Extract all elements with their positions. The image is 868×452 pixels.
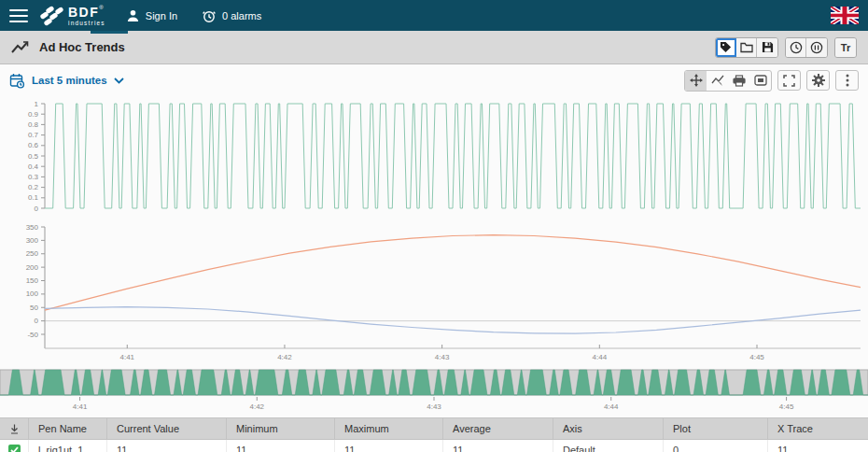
- pen-table-header: Pen NameCurrent ValueMinimumMaximumAvera…: [0, 418, 868, 440]
- column-header-minimum[interactable]: Minimum: [226, 418, 334, 439]
- svg-text:4:41: 4:41: [73, 403, 88, 411]
- pen-value-cell: 11: [226, 440, 334, 452]
- save-button[interactable]: [757, 38, 777, 57]
- svg-text:50: 50: [30, 304, 38, 312]
- svg-text:300: 300: [26, 236, 39, 245]
- print-tool-button[interactable]: [728, 71, 749, 91]
- svg-text:4:42: 4:42: [277, 353, 292, 361]
- sort-header-cell[interactable]: [0, 418, 28, 439]
- svg-text:0.1: 0.1: [28, 193, 39, 202]
- open-folder-button[interactable]: [736, 38, 757, 57]
- svg-text:0.4: 0.4: [28, 162, 39, 171]
- person-icon: [126, 8, 140, 22]
- svg-text:4:45: 4:45: [749, 353, 764, 361]
- svg-text:0.3: 0.3: [28, 173, 39, 181]
- sort-icon: [10, 424, 19, 434]
- pen-value-cell: 11: [442, 440, 553, 452]
- history-button[interactable]: [786, 38, 806, 57]
- svg-text:-50: -50: [27, 331, 38, 339]
- brand-logo: BDF® industries: [39, 5, 105, 27]
- pan-tool-button[interactable]: [685, 71, 707, 91]
- trace-tool-button[interactable]: [707, 71, 728, 91]
- svg-text:0.6: 0.6: [28, 141, 39, 149]
- overview-scrubber[interactable]: 4:414:424:434:444:45: [0, 369, 868, 416]
- column-header-maximum[interactable]: Maximum: [334, 418, 442, 439]
- trace-icon: [711, 74, 724, 87]
- snapshot-tool-button[interactable]: [749, 71, 771, 91]
- pen-table: Pen NameCurrent ValueMinimumMaximumAvera…: [0, 417, 868, 452]
- column-header-plot[interactable]: Plot: [663, 418, 767, 439]
- column-header-current-value[interactable]: Current Value: [106, 418, 226, 439]
- brand-subtitle: industries: [68, 21, 105, 27]
- tag-button[interactable]: [716, 38, 736, 57]
- bdf-logo-icon: [39, 6, 63, 26]
- folder-icon: [740, 42, 753, 53]
- pan-icon: [690, 74, 703, 87]
- pause-button[interactable]: [806, 38, 827, 57]
- chart-mode-group: [684, 70, 772, 92]
- gear-icon: [812, 74, 825, 87]
- tag-icon: [720, 41, 732, 53]
- alarm-clock-icon: [202, 8, 217, 23]
- trace-text-button[interactable]: Tr: [835, 38, 856, 57]
- pen-name-cell: l_rig1ut_1: [28, 440, 106, 452]
- time-range-selector[interactable]: Last 5 minutes: [9, 73, 124, 89]
- column-header-axis[interactable]: Axis: [553, 418, 663, 439]
- chevron-down-icon: [114, 78, 124, 84]
- save-icon: [762, 41, 774, 53]
- svg-text:0: 0: [35, 205, 39, 213]
- svg-text:1: 1: [35, 100, 39, 108]
- brand-registered-mark: ®: [99, 5, 103, 10]
- logo-accent-strip: [91, 31, 128, 34]
- fullscreen-button[interactable]: [777, 70, 801, 91]
- svg-text:350: 350: [26, 223, 39, 232]
- svg-text:150: 150: [26, 276, 39, 285]
- column-header-x-trace[interactable]: X Trace: [767, 418, 868, 439]
- svg-text:4:43: 4:43: [435, 353, 450, 361]
- pen-checkbox-cell: [0, 440, 28, 452]
- kebab-icon: [846, 74, 849, 87]
- page-title: Ad Hoc Trends: [39, 40, 125, 54]
- time-actions-group: [785, 37, 828, 58]
- svg-text:4:44: 4:44: [593, 353, 608, 361]
- pen-value-cell: Default: [553, 440, 663, 452]
- fullscreen-icon: [783, 75, 795, 87]
- pen-value-cell: 11: [334, 440, 442, 452]
- print-icon: [733, 75, 746, 87]
- digital-trend-chart[interactable]: 10.90.80.70.60.50.40.30.20.10: [0, 96, 868, 219]
- chart-toolbar: [684, 70, 859, 92]
- pen-table-row[interactable]: l_rig1ut_111111111Default011: [0, 440, 868, 452]
- svg-text:0.5: 0.5: [28, 152, 39, 161]
- sign-in-button[interactable]: Sign In: [126, 8, 177, 22]
- calendar-clock-icon: [9, 73, 25, 89]
- svg-text:4:43: 4:43: [427, 403, 441, 411]
- svg-text:4:41: 4:41: [119, 353, 134, 361]
- pen-checkbox[interactable]: [8, 445, 21, 452]
- pen-value-cell: 11: [767, 440, 868, 452]
- svg-text:4:42: 4:42: [249, 403, 264, 411]
- text-size-group: Tr: [834, 37, 857, 58]
- trend-icon: [11, 40, 30, 55]
- controls-row: Last 5 minutes: [0, 64, 868, 96]
- svg-text:0.2: 0.2: [28, 183, 39, 191]
- pen-value-cell: 0: [663, 440, 767, 452]
- column-header-pen-name[interactable]: Pen Name: [28, 418, 106, 439]
- svg-text:250: 250: [26, 249, 39, 258]
- svg-text:100: 100: [26, 290, 39, 298]
- analog-trend-chart[interactable]: 350300250200150100500-504:414:424:434:44…: [0, 219, 868, 369]
- top-bar: BDF® industries Sign In 0 alarms: [0, 0, 868, 31]
- svg-text:0: 0: [35, 317, 39, 325]
- alarms-button[interactable]: 0 alarms: [202, 8, 261, 23]
- pen-value-cell: 11: [106, 440, 226, 452]
- column-header-average[interactable]: Average: [442, 418, 553, 439]
- menu-icon[interactable]: [9, 9, 28, 22]
- check-icon: [10, 446, 19, 452]
- more-options-button[interactable]: [835, 70, 859, 91]
- settings-button[interactable]: [806, 70, 830, 91]
- alarms-count-label: 0 alarms: [222, 10, 261, 21]
- title-bar: Ad Hoc Trends: [0, 31, 868, 64]
- uk-flag-language-button[interactable]: [831, 7, 859, 24]
- svg-text:0.8: 0.8: [28, 120, 39, 129]
- pen-actions-group: [715, 37, 778, 58]
- svg-text:4:44: 4:44: [604, 403, 619, 411]
